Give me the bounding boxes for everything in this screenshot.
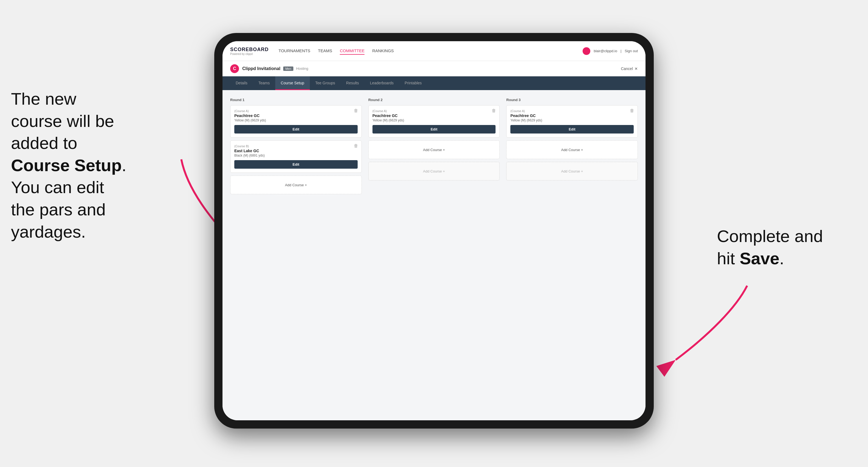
round-3-course-a-card: 🗑 (Course A) Peachtree GC Yellow (M) (66…: [506, 105, 638, 137]
round-1-course-a-name: Peachtree GC: [234, 114, 358, 118]
tab-leaderboards[interactable]: Leaderboards: [365, 76, 399, 90]
top-nav: SCOREBOARD Powered by clippd TOURNAMENTS…: [222, 41, 646, 61]
cancel-x-icon: ✕: [634, 66, 638, 71]
round-3-add-course-disabled-card: Add Course +: [506, 162, 638, 181]
tab-tee-groups[interactable]: Tee Groups: [310, 76, 341, 90]
annotation-period: .: [122, 156, 126, 175]
scoreboard-logo: SCOREBOARD Powered by clippd: [230, 47, 269, 56]
round-3-column: Round 3 🗑 (Course A) Peachtree GC Yellow…: [506, 98, 638, 197]
round-1-course-a-label: (Course A): [234, 109, 358, 113]
cancel-button[interactable]: Cancel ✕: [621, 66, 638, 71]
annotation-line6: the pars and: [11, 200, 106, 219]
round-1-course-b-delete-icon[interactable]: 🗑: [354, 144, 358, 148]
tab-results[interactable]: Results: [341, 76, 365, 90]
main-content: Round 1 🗑 (Course A) Peachtree GC Yellow…: [222, 90, 646, 420]
round-3-course-a-edit-button[interactable]: Edit: [510, 125, 634, 133]
logo-sub: Powered by clippd: [230, 53, 269, 56]
round-3-add-course-disabled-text: Add Course +: [561, 169, 583, 173]
tournament-logo: C: [230, 64, 239, 73]
hosting-badge: Hosting: [296, 66, 308, 71]
tab-details[interactable]: Details: [230, 76, 253, 90]
tab-course-setup[interactable]: Course Setup: [275, 76, 310, 90]
nav-links: TOURNAMENTS TEAMS COMMITTEE RANKINGS: [279, 47, 583, 55]
nav-separator: |: [621, 49, 621, 53]
nav-email: blair@clippd.io: [594, 49, 617, 53]
sign-out-link[interactable]: Sign out: [625, 49, 638, 53]
annotation-right-end: .: [780, 249, 784, 268]
annotation-line4-bold: Course Setup: [11, 156, 122, 175]
tab-printables[interactable]: Printables: [399, 76, 427, 90]
round-2-course-a-label: (Course A): [372, 109, 496, 113]
annotation-line2: course will be: [11, 112, 114, 130]
round-3-course-a-details: Yellow (M) (6629 yds): [510, 118, 634, 122]
round-2-column: Round 2 🗑 (Course A) Peachtree GC Yellow…: [368, 98, 500, 197]
round-3-course-a-delete-icon[interactable]: 🗑: [630, 108, 634, 113]
round-1-course-a-details: Yellow (M) (6629 yds): [234, 118, 358, 122]
tablet-screen: SCOREBOARD Powered by clippd TOURNAMENTS…: [222, 41, 646, 420]
round-1-course-b-name: East Lake GC: [234, 149, 358, 153]
annotation-line3: added to: [11, 133, 77, 152]
nav-avatar: [583, 47, 590, 55]
round-2-course-a-details: Yellow (M) (6629 yds): [372, 118, 496, 122]
round-1-column: Round 1 🗑 (Course A) Peachtree GC Yellow…: [230, 98, 362, 197]
round-1-course-a-card: 🗑 (Course A) Peachtree GC Yellow (M) (66…: [230, 105, 362, 137]
round-1-course-a-edit-button[interactable]: Edit: [234, 125, 358, 133]
nav-right: blair@clippd.io | Sign out: [583, 47, 638, 55]
nav-teams[interactable]: TEAMS: [318, 47, 332, 55]
round-2-course-a-edit-button[interactable]: Edit: [372, 125, 496, 133]
round-1-course-b-details: Black (M) (6891 yds): [234, 154, 358, 157]
tab-bar: Details Teams Course Setup Tee Groups Re…: [222, 76, 646, 90]
nav-tournaments[interactable]: TOURNAMENTS: [279, 47, 310, 55]
nav-rankings[interactable]: RANKINGS: [372, 47, 394, 55]
round-2-add-course-text: Add Course +: [423, 148, 445, 152]
round-2-add-course-disabled-text: Add Course +: [423, 169, 445, 173]
round-1-course-b-edit-button[interactable]: Edit: [234, 160, 358, 169]
annotation-right-line1: Complete and: [717, 227, 823, 246]
round-2-course-a-delete-icon[interactable]: 🗑: [492, 108, 496, 113]
annotation-line7: yardages.: [11, 222, 86, 241]
round-2-label: Round 2: [368, 98, 500, 102]
annotation-line1: The new: [11, 89, 76, 108]
round-1-course-b-label: (Course B): [234, 145, 358, 148]
nav-committee[interactable]: COMMITTEE: [340, 47, 365, 55]
tournament-bar: C Clippd Invitational Men Hosting Cancel…: [222, 61, 646, 76]
annotation-right-line2: hit: [717, 249, 740, 268]
tablet-frame: SCOREBOARD Powered by clippd TOURNAMENTS…: [214, 33, 654, 429]
round-2-course-a-card: 🗑 (Course A) Peachtree GC Yellow (M) (66…: [368, 105, 500, 137]
tournament-gender-badge: Men: [283, 66, 293, 71]
round-2-add-course-card[interactable]: Add Course +: [368, 141, 500, 159]
tab-teams[interactable]: Teams: [253, 76, 275, 90]
round-3-add-course-text: Add Course +: [561, 148, 583, 152]
cancel-label: Cancel: [621, 66, 633, 71]
round-3-label: Round 3: [506, 98, 638, 102]
round-1-label: Round 1: [230, 98, 362, 102]
round-1-add-course-text: Add Course +: [285, 183, 307, 187]
annotation-left: The new course will be added to Course S…: [11, 88, 187, 243]
annotation-right: Complete and hit Save.: [717, 225, 854, 270]
annotation-right-bold: Save: [740, 249, 780, 268]
round-2-course-a-name: Peachtree GC: [372, 114, 496, 118]
round-3-add-course-card[interactable]: Add Course +: [506, 141, 638, 159]
rounds-grid: Round 1 🗑 (Course A) Peachtree GC Yellow…: [230, 98, 638, 197]
tournament-name: Clippd Invitational: [242, 66, 280, 71]
round-2-add-course-disabled-card: Add Course +: [368, 162, 500, 181]
round-3-course-a-label: (Course A): [510, 109, 634, 113]
round-1-add-course-card[interactable]: Add Course +: [230, 176, 362, 194]
round-1-course-b-card: 🗑 (Course B) East Lake GC Black (M) (689…: [230, 141, 362, 173]
annotation-line5: You can edit: [11, 178, 104, 197]
arrow-right: [659, 280, 764, 368]
round-1-course-a-delete-icon[interactable]: 🗑: [354, 108, 358, 113]
round-3-course-a-name: Peachtree GC: [510, 114, 634, 118]
logo-title: SCOREBOARD: [230, 47, 269, 53]
